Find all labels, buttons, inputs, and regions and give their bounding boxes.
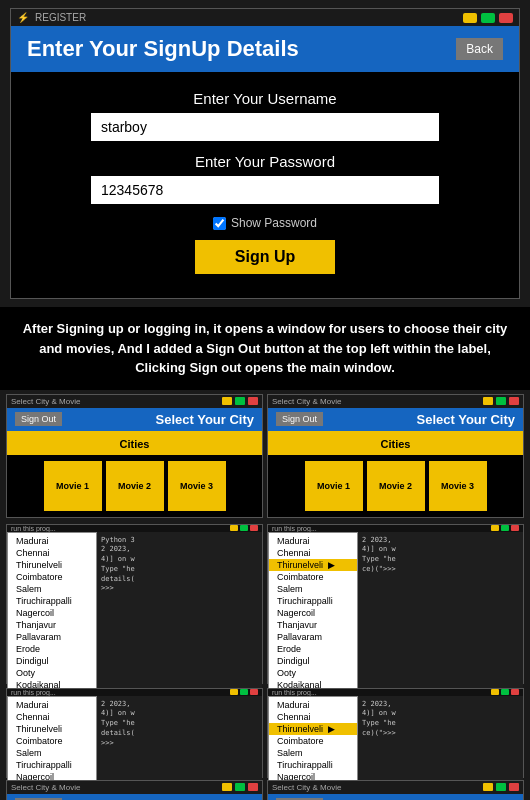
city-maximize-right[interactable] [496,397,506,405]
code-panel-br: 2 2023,4)] on wType "hece)(">>> [358,696,523,786]
city-header-bl: Sign Out Select Your City [7,794,262,801]
city-window-right: Select City & Movie Sign Out Select Your… [267,394,524,518]
left-close[interactable] [250,525,258,531]
password-input[interactable] [91,176,439,204]
city-nagercoil-left[interactable]: Nagercoil [8,607,96,619]
bl-close[interactable] [250,689,258,695]
city-close-bl[interactable] [248,783,258,791]
city-madurai-br[interactable]: Madurai [269,699,357,711]
right-min[interactable] [491,525,499,531]
signout-button-right[interactable]: Sign Out [276,412,323,426]
bottom-left-content: Madurai Chennai Thirunelveli Coimbatore … [7,696,262,786]
city-controls-bl [222,783,258,791]
cities-label-row-right: Cities [268,431,523,455]
movie-card-1-left[interactable]: Movie 1 [44,461,102,511]
city-minimize-right[interactable] [483,397,493,405]
city-madurai-right[interactable]: Madurai [269,535,357,547]
show-password-checkbox[interactable] [213,217,226,230]
city-min-br[interactable] [483,783,493,791]
movies-grid-right: Movie 1 Movie 2 Movie 3 [268,455,523,517]
city-maximize-left[interactable] [235,397,245,405]
city-max-bl[interactable] [235,783,245,791]
city-coimbatore-left[interactable]: Coimbatore [8,571,96,583]
city-thanjavur-right[interactable]: Thanjavur [269,619,357,631]
city-coimbatore-br[interactable]: Coimbatore [269,735,357,747]
signout-button-left[interactable]: Sign Out [15,412,62,426]
city-dindigul-right[interactable]: Dindigul [269,655,357,667]
city-salem-br[interactable]: Salem [269,747,357,759]
city-tiruchirappalli-left[interactable]: Tiruchirappalli [8,595,96,607]
movie-card-2-right[interactable]: Movie 2 [367,461,425,511]
city-minimize-left[interactable] [222,397,232,405]
city-tiruchirappalli-right[interactable]: Tiruchirappalli [269,595,357,607]
left-min[interactable] [230,525,238,531]
br-close[interactable] [511,689,519,695]
br-min[interactable] [491,689,499,695]
city-chennai-bl[interactable]: Chennai [8,711,96,723]
register-header: Enter Your SignUp Details Back [11,26,519,72]
code-text-left: Python 32 2023,4)] on wType "hedetails(>… [101,536,258,595]
city-nagercoil-right[interactable]: Nagercoil [269,607,357,619]
right-close[interactable] [511,525,519,531]
close-icon[interactable] [499,13,513,23]
city-salem-left[interactable]: Salem [8,583,96,595]
minimize-icon[interactable] [463,13,477,23]
city-salem-bl[interactable]: Salem [8,747,96,759]
city-titlebar-right: Select City & Movie [268,395,523,408]
bottom-right-controls [491,689,519,695]
city-titlebar-text-left: Select City & Movie [11,397,218,406]
left-max[interactable] [240,525,248,531]
city-salem-right[interactable]: Salem [269,583,357,595]
movie-card-3-right[interactable]: Movie 3 [429,461,487,511]
city-madurai-left[interactable]: Madurai [8,535,96,547]
movie-card-2-left[interactable]: Movie 2 [106,461,164,511]
city-thirunelveli-bl[interactable]: Thirunelveli [8,723,96,735]
movie-card-1-right[interactable]: Movie 1 [305,461,363,511]
bl-max[interactable] [240,689,248,695]
city-chennai-br[interactable]: Chennai [269,711,357,723]
city-madurai-bl[interactable]: Madurai [8,699,96,711]
city-thirunelveli-br[interactable]: Thirunelveli ▶ [269,723,357,735]
city-thirunelveli-left[interactable]: Thirunelveli [8,559,96,571]
city-coimbatore-bl[interactable]: Coimbatore [8,735,96,747]
city-tiruchirappalli-br[interactable]: Tiruchirappalli [269,759,357,771]
city-erode-right[interactable]: Erode [269,643,357,655]
city-window-bl: Select City & Movie Sign Out Select Your… [6,780,263,801]
city-close-br[interactable] [509,783,519,791]
city-thirunelveli-right[interactable]: Thirunelveli ▶ [269,559,357,571]
city-dindigul-left[interactable]: Dindigul [8,655,96,667]
bottom-left-controls [230,689,258,695]
city-pallavaram-right[interactable]: Pallavaram [269,631,357,643]
city-coimbatore-right[interactable]: Coimbatore [269,571,357,583]
bottom-left-titlebar: run this prog... [7,689,262,696]
city-list-br[interactable]: Madurai Chennai Thirunelveli ▶ Coimbator… [268,696,358,786]
city-title-left: Select Your City [156,412,255,427]
bl-min[interactable] [230,689,238,695]
city-controls-right [483,397,519,405]
city-chennai-right[interactable]: Chennai [269,547,357,559]
maximize-icon[interactable] [481,13,495,23]
br-max[interactable] [501,689,509,695]
city-pallavaram-left[interactable]: Pallavaram [8,631,96,643]
city-tiruchirappalli-bl[interactable]: Tiruchirappalli [8,759,96,771]
city-window-left: Select City & Movie Sign Out Select Your… [6,394,263,518]
city-close-left[interactable] [248,397,258,405]
movie-card-3-left[interactable]: Movie 3 [168,461,226,511]
city-chennai-left[interactable]: Chennai [8,547,96,559]
city-list-bl[interactable]: Madurai Chennai Thirunelveli Coimbatore … [7,696,97,786]
city-ooty-left[interactable]: Ooty [8,667,96,679]
city-min-bl[interactable] [222,783,232,791]
city-thanjavur-left[interactable]: Thanjavur [8,619,96,631]
username-label: Enter Your Username [91,90,439,107]
username-input[interactable] [91,113,439,141]
city-close-right[interactable] [509,397,519,405]
signup-button[interactable]: Sign Up [195,240,335,274]
city-max-br[interactable] [496,783,506,791]
city-erode-left[interactable]: Erode [8,643,96,655]
right-max[interactable] [501,525,509,531]
city-ooty-right[interactable]: Ooty [269,667,357,679]
city-header-right: Sign Out Select Your City [268,408,523,431]
flash-icon: ⚡ [17,12,29,23]
city-header-br: Sign Out Select Your City [268,794,523,801]
back-button[interactable]: Back [456,38,503,60]
